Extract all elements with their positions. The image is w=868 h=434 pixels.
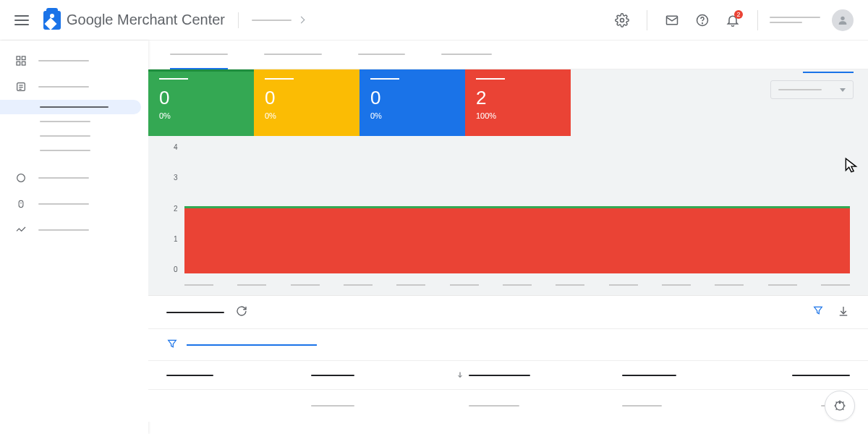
sidebar-subitem-4[interactable] <box>0 143 148 158</box>
table-toolbar <box>148 296 868 329</box>
svg-marker-16 <box>814 307 822 313</box>
chart-y-axis: 4 3 2 1 0 <box>174 143 178 273</box>
sidebar-item-label <box>38 203 89 205</box>
sidebar-item-label <box>40 121 90 122</box>
stat-percentage: 0% <box>265 111 349 120</box>
svg-rect-8 <box>22 61 25 65</box>
app-title: Google Merchant Center <box>67 12 225 28</box>
column-header-1[interactable] <box>166 375 311 376</box>
tab-3[interactable] <box>358 41 405 69</box>
merchant-center-logo-icon <box>43 11 61 30</box>
country-selector-label <box>803 72 854 73</box>
menu-icon[interactable] <box>14 15 29 25</box>
filter-icon[interactable] <box>166 338 178 352</box>
stat-card-disapproved[interactable]: 2 100% <box>465 69 571 136</box>
sidebar-subitem-2[interactable] <box>0 114 148 129</box>
column-header-4[interactable] <box>622 375 781 376</box>
svg-line-24 <box>843 402 843 403</box>
tab-2[interactable] <box>264 41 322 69</box>
stat-percentage: 100% <box>476 111 560 120</box>
tab-bar <box>148 41 868 69</box>
avatar-icon[interactable] <box>832 9 854 31</box>
svg-line-28 <box>843 409 843 409</box>
breadcrumb-item[interactable] <box>252 20 292 21</box>
divider <box>238 12 239 28</box>
sidebar-item-label <box>38 86 89 88</box>
stat-card-active[interactable]: 0 0% <box>148 69 254 136</box>
svg-marker-18 <box>169 340 176 346</box>
sidebar-item-label <box>38 177 89 179</box>
column-header-2[interactable] <box>311 375 456 376</box>
sort-arrow-down-icon <box>456 369 464 382</box>
tab-1[interactable] <box>170 41 228 69</box>
account-name-placeholder[interactable] <box>770 17 820 23</box>
chart-series-green <box>184 206 850 208</box>
data-table-section <box>148 295 868 422</box>
notification-badge: 2 <box>734 10 743 19</box>
sidebar-subitem-3[interactable] <box>0 129 148 143</box>
country-selector-dropdown[interactable] <box>770 80 854 99</box>
svg-line-29 <box>836 409 837 409</box>
refresh-icon[interactable] <box>235 305 248 320</box>
feedback-button[interactable] <box>825 391 855 421</box>
chart-area: 4 3 2 1 0 <box>148 136 868 295</box>
sidebar-item-4[interactable] <box>0 191 148 217</box>
stat-value: 0 <box>265 87 349 109</box>
sidebar-item-label <box>38 229 89 231</box>
stat-card-pending[interactable]: 0 0% <box>254 69 359 136</box>
stat-percentage: 0% <box>370 111 454 120</box>
stat-value: 0 <box>370 87 454 109</box>
stat-percentage: 0% <box>159 111 243 120</box>
svg-point-22 <box>839 402 841 404</box>
svg-point-4 <box>841 16 844 20</box>
filter-row <box>148 329 868 361</box>
svg-point-0 <box>621 18 624 22</box>
circle-icon <box>14 171 27 184</box>
table-header-row <box>148 361 868 390</box>
sidebar-item-5[interactable] <box>0 217 148 243</box>
chart-series-red <box>184 208 850 273</box>
table-row[interactable] <box>148 390 868 422</box>
stat-card-expiring[interactable]: 0 0% <box>359 69 465 136</box>
svg-rect-5 <box>17 56 20 60</box>
dashboard-icon <box>14 54 27 67</box>
chevron-right-icon <box>298 17 305 24</box>
sidebar-item-label <box>40 106 109 108</box>
sidebar-item-3[interactable] <box>0 165 148 191</box>
stat-value: 2 <box>476 87 560 109</box>
sidebar-subitem-active[interactable] <box>0 100 141 114</box>
sidebar-item-label <box>40 135 90 137</box>
dashboard-controls <box>770 72 854 99</box>
table-title <box>166 312 224 313</box>
settings-icon[interactable] <box>609 7 635 33</box>
download-icon[interactable] <box>837 305 850 320</box>
trend-icon <box>14 224 27 237</box>
column-header-3-sorted[interactable] <box>456 369 622 382</box>
svg-point-13 <box>17 174 25 182</box>
app-header: Google Merchant Center 2 <box>0 0 868 41</box>
svg-rect-7 <box>17 61 20 65</box>
sidebar-item-2[interactable] <box>0 74 148 100</box>
sidebar-item-label <box>40 150 90 151</box>
stat-value: 0 <box>159 87 243 109</box>
mail-icon[interactable] <box>659 7 685 33</box>
column-header-5[interactable] <box>781 375 850 376</box>
stat-cards-row: 0 0% 0 0% 0 0% 2 100% <box>148 69 868 136</box>
svg-rect-6 <box>22 56 25 60</box>
main-content: 0 0% 0 0% 0 0% 2 100% <box>148 41 868 434</box>
filter-icon[interactable] <box>812 305 824 320</box>
sidebar-item-1[interactable] <box>0 48 148 74</box>
chart-x-axis <box>184 284 850 286</box>
tab-4[interactable] <box>441 41 492 69</box>
sidebar-item-label <box>38 60 89 61</box>
breadcrumb[interactable] <box>252 17 304 22</box>
dropdown-caret-icon <box>840 88 846 92</box>
dashboard-panel: 0 0% 0 0% 0 0% 2 100% <box>148 69 868 295</box>
svg-point-3 <box>702 22 703 23</box>
divider <box>647 10 647 30</box>
mouse-icon <box>14 197 27 210</box>
notifications-icon[interactable]: 2 <box>720 7 746 33</box>
filter-add-link[interactable] <box>187 344 317 346</box>
svg-rect-14 <box>19 200 23 207</box>
help-icon[interactable] <box>689 7 715 33</box>
